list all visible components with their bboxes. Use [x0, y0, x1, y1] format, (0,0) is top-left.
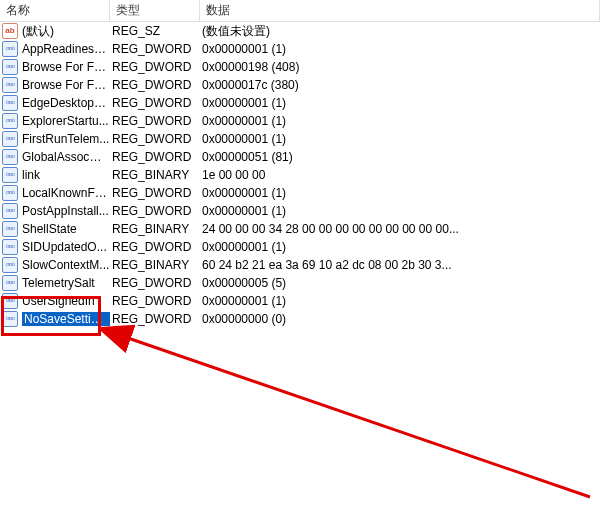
value-name-cell: (默认)	[0, 23, 110, 40]
value-type-cell: REG_DWORD	[110, 312, 200, 326]
value-name-cell: SlowContextM...	[0, 257, 110, 273]
value-name-cell: Browse For Fol...	[0, 77, 110, 93]
registry-value-row[interactable]: ExplorerStartu...REG_DWORD0x00000001 (1)	[0, 112, 600, 130]
value-type-cell: REG_DWORD	[110, 276, 200, 290]
value-name-label: (默认)	[22, 23, 54, 40]
registry-value-row[interactable]: Browse For Fol...REG_DWORD0x0000017c (38…	[0, 76, 600, 94]
value-name-label: Browse For Fol...	[22, 60, 110, 74]
registry-value-row[interactable]: SlowContextM...REG_BINARY60 24 b2 21 ea …	[0, 256, 600, 274]
value-data-cell: 0x00000001 (1)	[200, 204, 600, 218]
value-name-cell: link	[0, 167, 110, 183]
value-type-cell: REG_BINARY	[110, 258, 200, 272]
value-name-label: Browse For Fol...	[22, 78, 110, 92]
registry-value-row[interactable]: linkREG_BINARY1e 00 00 00	[0, 166, 600, 184]
value-type-cell: REG_DWORD	[110, 42, 200, 56]
binary-value-icon	[2, 149, 18, 165]
binary-value-icon	[2, 221, 18, 237]
value-type-cell: REG_DWORD	[110, 114, 200, 128]
value-data-cell: 0x00000001 (1)	[200, 186, 600, 200]
value-data-cell: (数值未设置)	[200, 23, 600, 40]
value-type-cell: REG_DWORD	[110, 60, 200, 74]
value-name-cell: ExplorerStartu...	[0, 113, 110, 129]
binary-value-icon	[2, 131, 18, 147]
registry-value-row[interactable]: SIDUpdatedO...REG_DWORD0x00000001 (1)	[0, 238, 600, 256]
value-name-label: link	[22, 168, 40, 182]
value-name-label: SIDUpdatedO...	[22, 240, 107, 254]
column-header-row: 名称 类型 数据	[0, 0, 600, 22]
value-name-label: NoSaveSettings	[22, 312, 110, 326]
value-name-label: AppReadiness...	[22, 42, 110, 56]
value-data-cell: 0x0000017c (380)	[200, 78, 600, 92]
binary-value-icon	[2, 257, 18, 273]
value-name-label: ExplorerStartu...	[22, 114, 109, 128]
value-name-cell: ShellState	[0, 221, 110, 237]
registry-value-row[interactable]: UserSignedInREG_DWORD0x00000001 (1)	[0, 292, 600, 310]
binary-value-icon	[2, 275, 18, 291]
value-data-cell: 1e 00 00 00	[200, 168, 600, 182]
value-type-cell: REG_DWORD	[110, 204, 200, 218]
registry-value-row[interactable]: PostAppInstall...REG_DWORD0x00000001 (1)	[0, 202, 600, 220]
value-name-cell: PostAppInstall...	[0, 203, 110, 219]
value-data-cell: 0x00000198 (408)	[200, 60, 600, 74]
registry-value-row[interactable]: Browse For Fol...REG_DWORD0x00000198 (40…	[0, 58, 600, 76]
value-name-cell: SIDUpdatedO...	[0, 239, 110, 255]
value-name-label: UserSignedIn	[22, 294, 95, 308]
binary-value-icon	[2, 167, 18, 183]
binary-value-icon	[2, 185, 18, 201]
registry-value-row[interactable]: TelemetrySaltREG_DWORD0x00000005 (5)	[0, 274, 600, 292]
value-type-cell: REG_DWORD	[110, 240, 200, 254]
value-type-cell: REG_BINARY	[110, 168, 200, 182]
value-name-label: PostAppInstall...	[22, 204, 109, 218]
value-data-cell: 24 00 00 00 34 28 00 00 00 00 00 00 00 0…	[200, 222, 600, 236]
value-name-cell: UserSignedIn	[0, 293, 110, 309]
binary-value-icon	[2, 203, 18, 219]
column-header-type[interactable]: 类型	[110, 0, 200, 22]
svg-line-1	[125, 337, 590, 497]
value-type-cell: REG_SZ	[110, 24, 200, 38]
value-type-cell: REG_DWORD	[110, 186, 200, 200]
value-name-label: ShellState	[22, 222, 77, 236]
registry-value-row[interactable]: AppReadiness...REG_DWORD0x00000001 (1)	[0, 40, 600, 58]
string-value-icon	[2, 23, 18, 39]
binary-value-icon	[2, 41, 18, 57]
registry-value-row[interactable]: GlobalAssocCh...REG_DWORD0x00000051 (81)	[0, 148, 600, 166]
registry-value-row[interactable]: EdgeDesktopS...REG_DWORD0x00000001 (1)	[0, 94, 600, 112]
registry-value-row[interactable]: NoSaveSettingsREG_DWORD0x00000000 (0)	[0, 310, 600, 328]
column-header-data[interactable]: 数据	[200, 0, 600, 22]
binary-value-icon	[2, 113, 18, 129]
value-name-cell: LocalKnownFol...	[0, 185, 110, 201]
registry-value-row[interactable]: FirstRunTelem...REG_DWORD0x00000001 (1)	[0, 130, 600, 148]
value-name-cell: TelemetrySalt	[0, 275, 110, 291]
binary-value-icon	[2, 311, 18, 327]
registry-value-row[interactable]: (默认)REG_SZ(数值未设置)	[0, 22, 600, 40]
value-data-cell: 0x00000001 (1)	[200, 42, 600, 56]
registry-value-row[interactable]: LocalKnownFol...REG_DWORD0x00000001 (1)	[0, 184, 600, 202]
value-type-cell: REG_DWORD	[110, 294, 200, 308]
value-name-cell: GlobalAssocCh...	[0, 149, 110, 165]
value-name-cell: FirstRunTelem...	[0, 131, 110, 147]
binary-value-icon	[2, 59, 18, 75]
binary-value-icon	[2, 77, 18, 93]
value-name-cell: Browse For Fol...	[0, 59, 110, 75]
column-header-name[interactable]: 名称	[0, 0, 110, 22]
value-data-cell: 0x00000005 (5)	[200, 276, 600, 290]
value-data-cell: 0x00000001 (1)	[200, 240, 600, 254]
value-name-label: FirstRunTelem...	[22, 132, 109, 146]
value-name-cell: EdgeDesktopS...	[0, 95, 110, 111]
value-data-cell: 0x00000051 (81)	[200, 150, 600, 164]
value-type-cell: REG_BINARY	[110, 222, 200, 236]
value-data-cell: 0x00000001 (1)	[200, 114, 600, 128]
value-data-cell: 0x00000001 (1)	[200, 96, 600, 110]
value-name-label: SlowContextM...	[22, 258, 109, 272]
value-name-label: LocalKnownFol...	[22, 186, 110, 200]
binary-value-icon	[2, 95, 18, 111]
value-type-cell: REG_DWORD	[110, 96, 200, 110]
value-name-label: EdgeDesktopS...	[22, 96, 110, 110]
value-type-cell: REG_DWORD	[110, 78, 200, 92]
registry-values-list: (默认)REG_SZ(数值未设置)AppReadiness...REG_DWOR…	[0, 22, 600, 328]
registry-value-row[interactable]: ShellStateREG_BINARY24 00 00 00 34 28 00…	[0, 220, 600, 238]
annotation-arrow	[100, 322, 600, 502]
value-data-cell: 0x00000001 (1)	[200, 294, 600, 308]
value-type-cell: REG_DWORD	[110, 132, 200, 146]
value-name-label: GlobalAssocCh...	[22, 150, 110, 164]
